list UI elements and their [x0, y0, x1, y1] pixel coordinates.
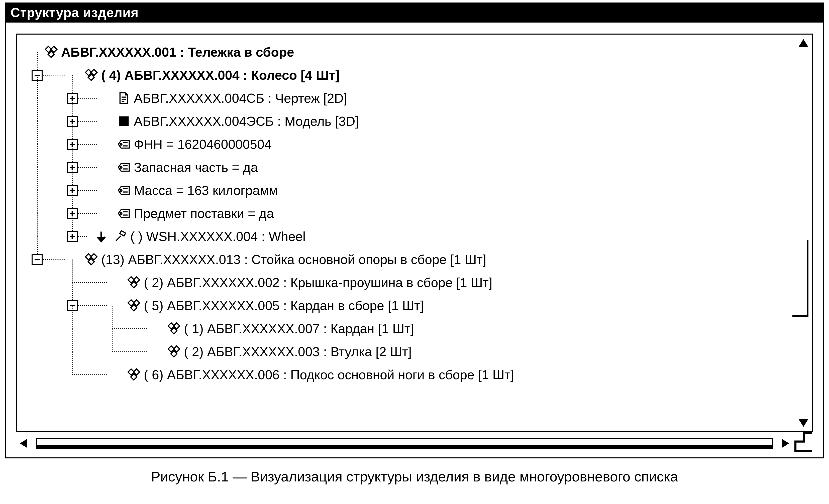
assembly-icon [127, 368, 140, 381]
svg-point-16 [120, 190, 122, 191]
expander-minus[interactable]: − [32, 254, 43, 265]
tree-row-003[interactable]: ( 2) АБВГ.ХХХХХХ.003 : Втулка [2 Шт] [25, 340, 792, 363]
tree-label: АБВГ.ХХХХХХ.004СБ : Чертеж [2D] [134, 91, 347, 106]
tree-row-mass[interactable]: + Масса = 163 килограмм [25, 179, 792, 202]
tree-row-supply[interactable]: + Предмет поставки = да [25, 202, 792, 225]
tree-label: Масса = 163 килограмм [134, 183, 278, 198]
tree-label: ( 5) АБВГ.ХХХХХХ.005 : Кардан в сборе [1… [144, 298, 424, 313]
document-icon [117, 92, 130, 105]
tree-label: Запасная часть = да [134, 160, 258, 175]
vertical-scrollbar[interactable] [795, 35, 812, 431]
tree-row-fnn[interactable]: + ФНН = 1620460000504 [25, 133, 792, 156]
tag-icon [117, 161, 130, 174]
svg-point-19 [120, 213, 122, 215]
svg-marker-42 [798, 39, 808, 47]
expander-plus[interactable]: + [67, 231, 78, 242]
scroll-down-icon[interactable] [795, 414, 812, 431]
structure-window: Структура изделия АБВГ.ХХХХХХ.001 : Теле… [5, 2, 824, 458]
vscroll-thumb[interactable] [806, 240, 808, 315]
assembly-icon [168, 345, 180, 358]
tree-label: Предмет поставки = да [134, 206, 274, 221]
scroll-right-icon[interactable] [778, 436, 793, 451]
client-area: АБВГ.ХХХХХХ.001 : Тележка в сборе − [16, 34, 813, 432]
tree-row-002[interactable]: ( 2) АБВГ.ХХХХХХ.002 : Крышка-проушина в… [25, 271, 792, 294]
tree-row-007[interactable]: ( 1) АБВГ.ХХХХХХ.007 : Кардан [1 Шт] [25, 317, 792, 340]
tree-row-root[interactable]: АБВГ.ХХХХХХ.001 : Тележка в сборе [25, 41, 792, 64]
tree-row-004[interactable]: − ( 4) АБВГ.ХХХХХХ.004 : Колесо [4 Шт] [25, 64, 792, 87]
tree-row-wsh[interactable]: + ( ) WSH.XXXXXX.004 : Wheel [25, 225, 792, 248]
assembly-icon [127, 299, 140, 312]
svg-marker-44 [20, 439, 27, 448]
tree-label: ФНН = 1620460000504 [134, 137, 272, 152]
tag-icon [117, 138, 130, 151]
svg-marker-45 [782, 439, 789, 448]
assembly-icon [127, 276, 140, 289]
figure-caption: Рисунок Б.1 — Визуализация структуры изд… [0, 468, 829, 485]
assembly-icon [45, 46, 58, 59]
tree-row-004sb[interactable]: + АБВГ.ХХХХХХ.004СБ : Чертеж [2D] [25, 87, 792, 110]
tag-icon [117, 184, 130, 197]
model-3d-icon [117, 115, 130, 128]
tree-row-006[interactable]: ( 6) АБВГ.ХХХХХХ.006 : Подкос основной н… [25, 363, 792, 386]
tree-label: АБВГ.ХХХХХХ.001 : Тележка в сборе [61, 45, 294, 60]
assembly-icon [85, 69, 98, 82]
svg-point-10 [120, 144, 122, 145]
tree-row-005[interactable]: − ( 5) АБВГ.ХХХХХХ.005 : Кардан в сборе … [25, 294, 792, 317]
hscroll-track[interactable] [36, 438, 773, 449]
assembly-icon [168, 322, 180, 335]
tree-label: (13) АБВГ.ХХХХХХ.013 : Стойка основной о… [101, 252, 486, 267]
vscroll-thumb-edge [792, 315, 808, 317]
tree-label: ( 2) АБВГ.ХХХХХХ.002 : Крышка-проушина в… [144, 275, 492, 290]
tree-label: ( 4) АБВГ.ХХХХХХ.004 : Колесо [4 Шт] [101, 68, 340, 83]
tree-label: ( 2) АБВГ.ХХХХХХ.003 : Втулка [2 Шт] [184, 344, 411, 359]
svg-point-13 [120, 166, 122, 168]
tree-label: ( 1) АБВГ.ХХХХХХ.007 : Кардан [1 Шт] [184, 321, 414, 336]
scroll-up-icon[interactable] [795, 35, 812, 51]
tree-row-spare[interactable]: + Запасная часть = да [25, 156, 792, 179]
svg-rect-9 [119, 116, 129, 126]
tree-row-013[interactable]: − (13) АБВГ.ХХХХХХ.013 : Стойка основной… [25, 248, 792, 271]
tree-row-004esb[interactable]: + АБВГ.ХХХХХХ.004ЭСБ : Модель [3D] [25, 110, 792, 133]
tree-label: АБВГ.ХХХХХХ.004ЭСБ : Модель [3D] [134, 114, 359, 129]
assembly-icon [85, 253, 98, 266]
svg-marker-43 [798, 419, 808, 427]
tag-icon [117, 207, 130, 220]
scroll-left-icon[interactable] [16, 436, 31, 451]
tree-label: ( ) WSH.XXXXXX.004 : Wheel [130, 229, 305, 244]
resize-grip-icon[interactable] [793, 432, 813, 453]
horizontal-scrollbar[interactable] [16, 434, 793, 453]
window-title: Структура изделия [6, 3, 823, 23]
tree-view: АБВГ.ХХХХХХ.001 : Тележка в сборе − [17, 35, 795, 431]
tree-label: ( 6) АБВГ.ХХХХХХ.006 : Подкос основной н… [144, 367, 514, 382]
